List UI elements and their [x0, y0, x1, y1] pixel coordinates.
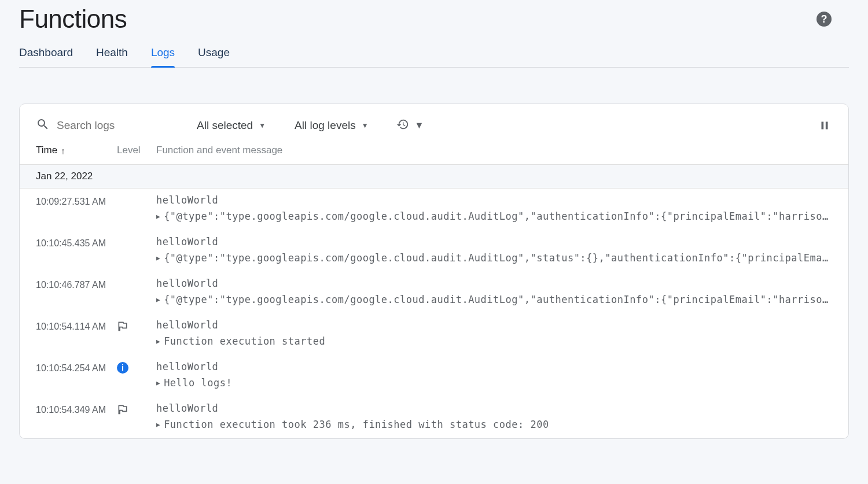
log-time: 10:10:54.114 AM [36, 319, 117, 332]
tab-dashboard[interactable]: Dashboard [19, 46, 73, 67]
log-message: {"@type":"type.googleapis.com/google.clo… [164, 210, 832, 222]
flag-icon [117, 404, 128, 418]
log-message-row[interactable]: ▶{"@type":"type.googleapis.com/google.cl… [156, 210, 832, 222]
log-message-row[interactable]: ▶{"@type":"type.googleapis.com/google.cl… [156, 252, 832, 264]
log-time: 10:10:54.349 AM [36, 402, 117, 415]
log-time: 10:10:54.254 AM [36, 361, 117, 374]
logs-toolbar: All selected ▼ All log levels ▼ ▼ [20, 104, 848, 145]
search-icon [36, 117, 50, 134]
level-filter-label: All log levels [295, 119, 356, 132]
column-level-header: Level [117, 145, 156, 156]
pause-stream-button[interactable] [818, 119, 831, 132]
expand-icon: ▶ [156, 338, 160, 345]
column-headers: Time ↑ Level Function and event message [20, 145, 848, 164]
log-function-name: helloWorld [156, 194, 832, 206]
expand-icon: ▶ [156, 254, 160, 262]
log-time: 10:10:46.787 AM [36, 278, 117, 290]
help-icon: ? [821, 13, 827, 25]
column-time-header[interactable]: Time ↑ [36, 145, 117, 156]
flag-icon [117, 320, 128, 335]
log-time: 10:10:45.435 AM [36, 236, 117, 249]
logs-panel: All selected ▼ All log levels ▼ ▼ Time [19, 104, 849, 439]
log-entry[interactable]: 10:10:45.435 AMhelloWorld▶{"@type":"type… [20, 230, 848, 272]
tab-usage[interactable]: Usage [198, 46, 230, 67]
chevron-down-icon: ▼ [259, 121, 266, 130]
log-level [117, 236, 156, 237]
date-group-header: Jan 22, 2022 [20, 164, 848, 189]
tab-logs[interactable]: Logs [151, 46, 175, 67]
expand-icon: ▶ [156, 213, 160, 220]
expand-icon: ▶ [156, 379, 160, 387]
log-entry[interactable]: 10:10:46.787 AMhelloWorld▶{"@type":"type… [20, 272, 848, 313]
search-input[interactable] [57, 119, 149, 132]
chevron-down-icon: ▼ [415, 120, 424, 131]
log-function-name: helloWorld [156, 278, 832, 289]
log-level [117, 278, 156, 279]
log-level [117, 402, 156, 418]
functions-filter-dropdown[interactable]: All selected ▼ [196, 117, 267, 134]
log-entry[interactable]: 10:10:54.254 AMihelloWorld▶Hello logs! [20, 355, 848, 397]
log-function-name: helloWorld [156, 361, 832, 372]
expand-icon: ▶ [156, 296, 160, 304]
expand-icon: ▶ [156, 421, 160, 428]
log-message-row[interactable]: ▶{"@type":"type.googleapis.com/google.cl… [156, 294, 832, 305]
log-level: i [117, 361, 156, 374]
history-icon [396, 118, 409, 133]
column-message-header: Function and event message [156, 145, 832, 156]
log-entry[interactable]: 10:10:54.114 AMhelloWorld▶Function execu… [20, 313, 848, 355]
tabs: Dashboard Health Logs Usage [19, 46, 849, 68]
log-message: Function execution started [164, 335, 325, 347]
info-icon: i [117, 362, 128, 374]
chevron-down-icon: ▼ [362, 121, 369, 130]
level-filter-dropdown[interactable]: All log levels ▼ [293, 117, 370, 134]
page-title: Functions [19, 5, 127, 34]
log-message-row[interactable]: ▶Hello logs! [156, 377, 832, 389]
time-range-dropdown[interactable]: ▼ [396, 118, 424, 133]
log-level [117, 319, 156, 335]
log-message: {"@type":"type.googleapis.com/google.clo… [164, 252, 832, 264]
log-entry[interactable]: 10:09:27.531 AMhelloWorld▶{"@type":"type… [20, 189, 848, 230]
log-level [117, 194, 156, 195]
log-message-row[interactable]: ▶Function execution took 236 ms, finishe… [156, 419, 832, 430]
log-entry[interactable]: 10:10:54.349 AMhelloWorld▶Function execu… [20, 397, 848, 438]
log-function-name: helloWorld [156, 402, 832, 414]
log-time: 10:09:27.531 AM [36, 194, 117, 207]
log-message: {"@type":"type.googleapis.com/google.clo… [164, 294, 832, 305]
help-button[interactable]: ? [816, 12, 832, 27]
log-message: Function execution took 236 ms, finished… [164, 419, 549, 430]
log-message-row[interactable]: ▶Function execution started [156, 335, 832, 347]
sort-asc-icon: ↑ [61, 146, 65, 156]
log-function-name: helloWorld [156, 236, 832, 247]
log-message: Hello logs! [164, 377, 232, 389]
functions-filter-label: All selected [197, 119, 253, 132]
log-function-name: helloWorld [156, 319, 832, 331]
log-entries: 10:09:27.531 AMhelloWorld▶{"@type":"type… [20, 189, 848, 438]
tab-health[interactable]: Health [96, 46, 128, 67]
